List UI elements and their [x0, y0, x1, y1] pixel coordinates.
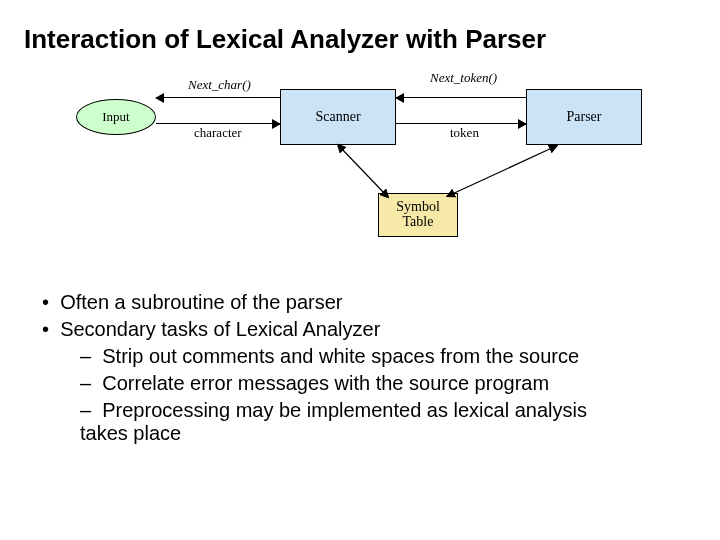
subbullet-2: – Correlate error messages with the sour… [80, 372, 696, 395]
subbullet-3: – Preprocessing may be implemented as le… [80, 399, 640, 445]
subbullet-1: – Strip out comments and white spaces fr… [80, 345, 696, 368]
token-label: token [450, 125, 479, 141]
subbullet-3-text: Preprocessing may be implemented as lexi… [80, 399, 587, 444]
bullet-2-text: Secondary tasks of Lexical Analyzer [60, 318, 380, 340]
input-node: Input [76, 99, 156, 135]
diagram-area: Input Scanner Parser Symbol Table Next_c… [32, 69, 692, 269]
svg-line-1 [450, 147, 554, 195]
bullet-list: • Often a subroutine of the parser • Sec… [24, 291, 696, 445]
symbol-table-label-1: Symbol [396, 200, 440, 215]
next-token-label: Next_token() [430, 70, 497, 86]
scanner-label: Scanner [315, 109, 360, 125]
arrow-nexttoken [396, 97, 526, 98]
bullet-1-text: Often a subroutine of the parser [60, 291, 342, 313]
character-label: character [194, 125, 242, 141]
bullet-1: • Often a subroutine of the parser [42, 291, 696, 314]
bullet-2: • Secondary tasks of Lexical Analyzer [42, 318, 696, 341]
subbullet-2-text: Correlate error messages with the source… [102, 372, 549, 394]
svg-line-0 [340, 147, 386, 195]
page-title: Interaction of Lexical Analyzer with Par… [24, 24, 696, 55]
parser-node: Parser [526, 89, 642, 145]
arrow-character [156, 123, 280, 124]
scanner-node: Scanner [280, 89, 396, 145]
arrow-nextchar [156, 97, 280, 98]
parser-label: Parser [567, 109, 602, 125]
arrow-token [396, 123, 526, 124]
symbol-table-label-2: Table [403, 215, 434, 230]
input-label: Input [102, 109, 129, 125]
next-char-label: Next_char() [188, 77, 251, 93]
subbullet-1-text: Strip out comments and white spaces from… [102, 345, 579, 367]
